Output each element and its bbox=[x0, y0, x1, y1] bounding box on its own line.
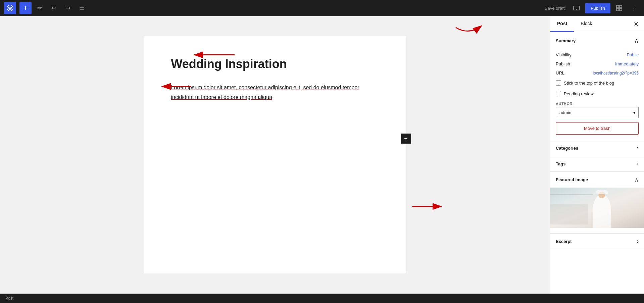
categories-title: Categories bbox=[556, 146, 578, 151]
svg-rect-5 bbox=[616, 5, 619, 8]
pending-review-checkbox[interactable] bbox=[556, 91, 561, 96]
stick-top-label: Stick to the top of the blog bbox=[564, 81, 614, 86]
featured-image-header[interactable]: Featured image ∧ bbox=[550, 172, 644, 188]
categories-chevron: › bbox=[637, 145, 639, 151]
featured-image-title: Featured image bbox=[556, 177, 588, 182]
more-options-button[interactable]: ⋮ bbox=[628, 2, 640, 14]
editor-wrapper: Wedding Inspiration Lorem ipsum dolor si… bbox=[0, 16, 550, 294]
summary-title: Summary bbox=[556, 38, 576, 43]
svg-rect-7 bbox=[616, 8, 619, 11]
publish-button[interactable]: Publish bbox=[585, 3, 610, 13]
stick-top-checkbox[interactable] bbox=[556, 80, 561, 86]
move-to-trash-button[interactable]: Move to trash bbox=[556, 122, 639, 135]
publish-value[interactable]: Immediately bbox=[615, 61, 639, 66]
sidebar-header: Post Block ✕ bbox=[550, 16, 644, 32]
tags-section[interactable]: Tags › bbox=[550, 156, 644, 172]
author-label: AUTHOR bbox=[556, 99, 639, 107]
status-bar: Post bbox=[0, 294, 644, 303]
editor-content: Wedding Inspiration Lorem ipsum dolor si… bbox=[144, 36, 406, 273]
url-label: URL bbox=[556, 70, 564, 75]
redo-button[interactable]: ↪ bbox=[62, 2, 74, 14]
pending-review-row: Pending review bbox=[556, 88, 639, 99]
svg-rect-6 bbox=[620, 5, 622, 8]
featured-image-toggle: ∧ bbox=[635, 176, 639, 183]
featured-image-section: Featured image ∧ bbox=[550, 172, 644, 234]
toolbar: W + ✏ ↩ ↪ ☰ Save draft Publish ⋮ bbox=[0, 0, 644, 16]
tab-block[interactable]: Block bbox=[574, 16, 599, 32]
summary-section-body: Visibility Public Publish Immediately UR… bbox=[550, 49, 644, 140]
toolbar-left: W + ✏ ↩ ↪ ☰ bbox=[4, 2, 540, 14]
post-title[interactable]: Wedding Inspiration bbox=[171, 56, 379, 72]
author-select-wrapper: admin bbox=[556, 107, 639, 118]
list-view-button[interactable]: ☰ bbox=[76, 2, 88, 14]
url-value[interactable]: localhost/testing2/?p=395 bbox=[593, 71, 639, 75]
settings-button[interactable] bbox=[613, 2, 625, 14]
publish-label: Publish bbox=[556, 61, 570, 66]
save-draft-button[interactable]: Save draft bbox=[541, 4, 568, 13]
summary-section: Summary ∧ Visibility Public Publish Imme… bbox=[550, 32, 644, 140]
visibility-value[interactable]: Public bbox=[627, 52, 639, 57]
preview-button[interactable] bbox=[571, 2, 583, 14]
svg-point-4 bbox=[576, 9, 577, 10]
excerpt-section[interactable]: Excerpt › bbox=[550, 234, 644, 249]
sidebar-close-button[interactable]: ✕ bbox=[631, 19, 641, 30]
pending-review-label: Pending review bbox=[564, 91, 594, 96]
stick-top-row: Stick to the top of the blog bbox=[556, 78, 639, 88]
wp-logo[interactable]: W bbox=[4, 2, 16, 14]
visibility-row: Visibility Public bbox=[556, 50, 639, 59]
add-block-toolbar-button[interactable]: + bbox=[19, 2, 32, 14]
summary-toggle-icon: ∧ bbox=[634, 37, 639, 44]
featured-image-container bbox=[550, 188, 644, 233]
post-body[interactable]: Lorem ipsum dolor sit amet, consectetur … bbox=[171, 83, 379, 102]
tab-post[interactable]: Post bbox=[550, 16, 574, 32]
excerpt-title: Excerpt bbox=[556, 239, 572, 244]
categories-section[interactable]: Categories › bbox=[550, 140, 644, 156]
publish-row: Publish Immediately bbox=[556, 59, 639, 68]
editor-area: Wedding Inspiration Lorem ipsum dolor si… bbox=[0, 16, 550, 294]
url-row: URL localhost/testing2/?p=395 bbox=[556, 68, 639, 78]
add-block-inline-button[interactable]: + bbox=[401, 134, 411, 144]
author-select[interactable]: admin bbox=[556, 107, 639, 118]
excerpt-chevron: › bbox=[637, 238, 639, 244]
tools-button[interactable]: ✏ bbox=[34, 2, 46, 14]
summary-section-header[interactable]: Summary ∧ bbox=[550, 32, 644, 49]
undo-button[interactable]: ↩ bbox=[48, 2, 60, 14]
svg-rect-8 bbox=[620, 8, 622, 11]
svg-text:W: W bbox=[8, 6, 12, 11]
tags-title: Tags bbox=[556, 161, 565, 166]
visibility-label: Visibility bbox=[556, 52, 572, 57]
tags-chevron: › bbox=[637, 161, 639, 167]
status-label: Post bbox=[5, 296, 13, 301]
featured-image-thumbnail[interactable] bbox=[550, 188, 644, 228]
main-area: Wedding Inspiration Lorem ipsum dolor si… bbox=[0, 16, 644, 294]
toolbar-right: Save draft Publish ⋮ bbox=[541, 2, 640, 14]
sidebar: Post Block ✕ Summary ∧ Visibility Public… bbox=[550, 16, 644, 294]
